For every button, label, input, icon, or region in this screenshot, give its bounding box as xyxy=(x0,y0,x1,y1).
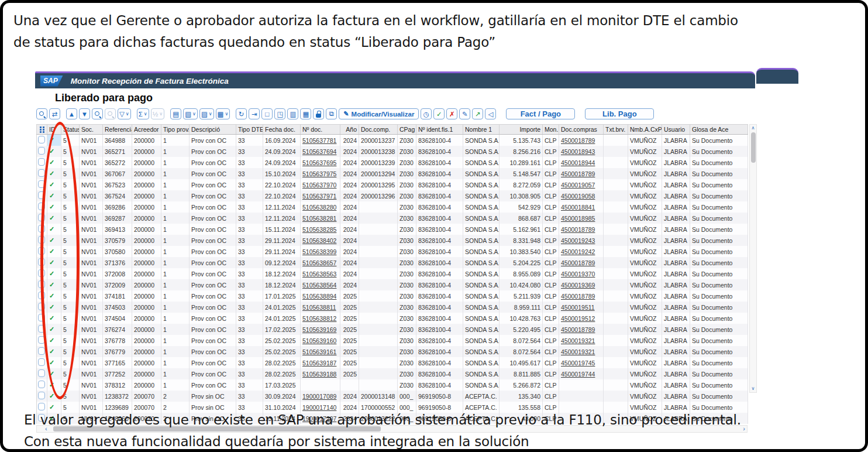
document-link[interactable]: 1900017089 xyxy=(302,393,336,400)
row-select-cell[interactable] xyxy=(37,335,47,346)
document-link[interactable]: 5105637970 xyxy=(302,182,336,189)
row-selector-checkbox[interactable] xyxy=(38,158,45,166)
column-header[interactable]: Mon. xyxy=(543,125,559,135)
chevron-down-icon[interactable]: ∨ xyxy=(192,111,196,117)
table-row[interactable]: ✓5NV013675242000001Prov con OC3322.10.20… xyxy=(37,190,748,201)
table-row[interactable]: ✓5NV013649882000001Prov con OC3316.09.20… xyxy=(37,135,748,146)
row-select-cell[interactable] xyxy=(37,190,47,201)
row-select-cell[interactable] xyxy=(37,279,47,290)
column-header[interactable]: Txt.brv. xyxy=(604,125,628,135)
row-select-cell[interactable] xyxy=(37,146,47,157)
row-selector-checkbox[interactable] xyxy=(38,147,45,155)
row-selector-checkbox[interactable] xyxy=(38,336,45,344)
column-header[interactable]: Descripció xyxy=(190,125,236,135)
chevron-down-icon[interactable]: ∨ xyxy=(209,111,212,117)
row-selector-checkbox[interactable] xyxy=(38,392,45,399)
row-select-cell[interactable] xyxy=(37,213,47,224)
column-header[interactable]: Doc.comp. xyxy=(359,125,398,135)
detail-icon[interactable] xyxy=(36,108,47,119)
transfer-icon[interactable]: ⇄ xyxy=(49,108,60,119)
row-selector-checkbox[interactable] xyxy=(38,325,45,333)
document-link[interactable]: 5105638399 xyxy=(302,248,336,255)
vertical-scrollbar[interactable]: ∧ ∨ xyxy=(749,124,757,393)
document-link[interactable]: 4500018789 xyxy=(561,259,595,266)
column-header[interactable]: CPag xyxy=(398,125,416,135)
row-select-cell[interactable] xyxy=(37,324,47,335)
row-select-cell[interactable] xyxy=(37,179,47,190)
document-link[interactable]: 5105639161 xyxy=(302,348,336,355)
row-selector-checkbox[interactable] xyxy=(38,180,45,188)
table-row[interactable]: ✓5NV013692872000001Prov con OC3312.11.20… xyxy=(37,213,748,224)
sort-descending-icon[interactable]: ▼ xyxy=(79,108,90,119)
copy-icon[interactable]: ▨∨ xyxy=(199,108,214,119)
row-select-cell[interactable] xyxy=(37,302,47,313)
trend-icon[interactable]: ↗ xyxy=(472,108,483,119)
row-select-cell[interactable] xyxy=(37,357,47,368)
blank-page-icon[interactable]: □ xyxy=(261,108,273,119)
document-link[interactable]: 4500019369 xyxy=(561,282,595,289)
table-row[interactable]: ✓5NV013772522000001Prov con OC3328.02.20… xyxy=(37,368,748,379)
filter-icon[interactable]: ▽∨ xyxy=(118,108,131,119)
table-row[interactable]: ✓5NV013694132000001Prov con OC3315.11.20… xyxy=(37,224,748,235)
note-icon[interactable]: ▥ xyxy=(287,108,298,119)
schedule-icon[interactable]: ◷ xyxy=(421,108,432,119)
table-row[interactable]: ✓5NV013771652000001Prov con OC3328.02.20… xyxy=(37,357,748,368)
fact-pago-button[interactable]: Fact / Pago xyxy=(506,108,575,119)
document-link[interactable]: 4500019370 xyxy=(561,270,595,278)
table-row[interactable]: ✓5NV013720092000001Prov con OC3318.12.20… xyxy=(37,279,748,290)
row-selector-checkbox[interactable] xyxy=(38,292,45,299)
document-link[interactable]: 5105639188 xyxy=(302,371,336,378)
row-select-cell[interactable] xyxy=(37,235,47,246)
document-link[interactable]: 5105638894 xyxy=(302,293,336,300)
document-link[interactable]: 5105637781 xyxy=(302,137,336,144)
document-link[interactable]: 4500018789 xyxy=(561,326,595,333)
column-header[interactable]: Tipo DTE xyxy=(236,125,263,135)
goto-icon[interactable]: ⇥ xyxy=(249,108,260,119)
row-selector-checkbox[interactable] xyxy=(38,236,45,244)
row-selector-checkbox[interactable] xyxy=(38,358,45,366)
column-header[interactable]: Importe xyxy=(500,125,543,135)
document-link[interactable]: 5105637975 xyxy=(302,170,336,177)
row-select-cell[interactable] xyxy=(37,391,47,402)
table-row[interactable]: ✓5NV013767792000001Prov con OC3325.02.20… xyxy=(37,346,748,357)
document-link[interactable]: 5105637694 xyxy=(302,148,336,155)
document-link[interactable]: 4500019058 xyxy=(561,193,595,200)
document-link[interactable]: 4500018789 xyxy=(561,137,595,144)
row-selector-checkbox[interactable] xyxy=(38,191,45,199)
document-link[interactable]: 4500018789 xyxy=(561,293,595,300)
column-header[interactable]: Referencia xyxy=(103,125,132,135)
row-select-cell[interactable] xyxy=(37,257,47,268)
views-icon[interactable]: ▩∨ xyxy=(216,108,230,119)
document-link[interactable]: 4500018841 xyxy=(561,204,595,211)
column-header[interactable]: Nombre 1 xyxy=(463,125,500,135)
document-link[interactable]: 5105638811 xyxy=(302,304,336,311)
document-link[interactable]: 4500019744 xyxy=(561,371,595,378)
row-selector-checkbox[interactable] xyxy=(38,169,45,177)
vertical-scroll-thumb[interactable] xyxy=(751,132,756,163)
table-row[interactable]: ✓5NV013762742000001Prov con OC3317.02.20… xyxy=(37,324,748,335)
document-link[interactable]: 5105638281 xyxy=(302,215,336,222)
column-header[interactable]: Fecha doc. xyxy=(263,125,301,135)
document-link[interactable]: 4500019057 xyxy=(561,182,595,189)
document-link[interactable]: 4500018789 xyxy=(561,226,595,233)
table-row[interactable]: ✓5NV013692862000001Prov con OC3312.11.20… xyxy=(37,201,748,213)
chevron-down-icon[interactable]: ∨ xyxy=(126,111,129,117)
table-row[interactable]: ✓5NV013670672000001Prov con OC3315.10.20… xyxy=(37,168,748,179)
row-selector-checkbox[interactable] xyxy=(38,303,45,310)
document-link[interactable]: 5105638657 xyxy=(302,259,336,266)
row-selector-checkbox[interactable] xyxy=(38,247,45,255)
document-link[interactable]: 5105637971 xyxy=(302,193,336,200)
row-select-cell[interactable] xyxy=(37,246,47,257)
column-header[interactable]: Nº doc. xyxy=(301,125,340,135)
document-link[interactable]: 5105638280 xyxy=(302,204,336,211)
row-select-cell[interactable] xyxy=(37,157,47,168)
table-row[interactable]: ✓5NV013652712000001Prov con OC3324.09.20… xyxy=(37,146,748,157)
document-link[interactable]: 4500019745 xyxy=(561,359,595,367)
table-row[interactable]: ✓5NV013720082000001Prov con OC3318.12.20… xyxy=(37,268,748,279)
select-all-header[interactable] xyxy=(37,125,47,135)
row-select-cell[interactable] xyxy=(37,379,47,391)
sort-ascending-icon[interactable]: ▲ xyxy=(66,108,77,119)
table-row[interactable]: ✓5NV013713762000001Prov con OC3309.12.20… xyxy=(37,257,748,268)
row-selector-checkbox[interactable] xyxy=(38,258,45,266)
row-selector-checkbox[interactable] xyxy=(38,214,45,221)
